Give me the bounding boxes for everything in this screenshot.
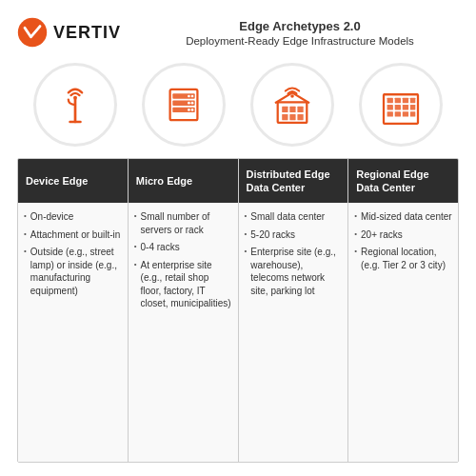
list-item: • 20+ racks [354, 228, 452, 242]
svg-rect-27 [410, 98, 415, 103]
svg-rect-34 [403, 111, 408, 116]
bullet-icon: • [245, 247, 248, 257]
col-distributed-edge: Distributed Edge Data Center • Small dat… [239, 159, 349, 462]
svg-rect-31 [410, 105, 415, 109]
bullet-icon: • [24, 211, 27, 222]
bullet-icon: • [245, 211, 248, 222]
svg-point-13 [191, 109, 194, 111]
header: VERTIV Edge Archetypes 2.0 Deployment-Re… [17, 17, 459, 48]
col-body-micro-edge: • Small number of servers or rack • 0-4 … [129, 203, 238, 462]
logo-text: VERTIV [53, 23, 121, 43]
col-header-regional-edge: Regional Edge Data Center [348, 159, 458, 203]
distributed-edge-icon-circle [250, 63, 334, 147]
header-titles: Edge Archetypes 2.0 Deployment-Ready Edg… [141, 17, 459, 47]
list-item: • At enterprise site (e.g., retail shop … [134, 259, 232, 310]
list-item: • On-device [24, 210, 122, 224]
svg-rect-26 [403, 98, 408, 103]
regional-edge-icon [375, 79, 426, 130]
page: VERTIV Edge Archetypes 2.0 Deployment-Re… [0, 0, 476, 476]
svg-point-11 [191, 102, 194, 105]
svg-point-12 [188, 109, 190, 111]
regional-edge-icon-circle [359, 63, 443, 147]
table: Device Edge • On-device • Attachment or … [17, 158, 459, 463]
svg-point-8 [188, 95, 190, 98]
bullet-icon: • [134, 260, 137, 270]
bullet-icon: • [354, 247, 357, 257]
list-item: • Enterprise site (e.g., warehouse), tel… [245, 246, 343, 297]
header-title-sub: Deployment-Ready Edge Infrastructure Mod… [141, 35, 459, 47]
bullet-icon: • [24, 229, 27, 240]
col-body-distributed-edge: • Small data center • 5-20 racks • Enter… [239, 203, 348, 462]
micro-edge-icon [158, 79, 209, 130]
svg-rect-30 [403, 105, 408, 109]
col-header-micro-edge: Micro Edge [129, 159, 238, 203]
svg-rect-16 [282, 107, 288, 112]
svg-rect-21 [297, 114, 303, 120]
svg-rect-29 [395, 105, 401, 109]
svg-point-10 [188, 102, 190, 105]
svg-rect-35 [410, 111, 415, 116]
col-device-edge: Device Edge • On-device • Attachment or … [18, 159, 129, 462]
col-body-regional-edge: • Mid-sized data center • 20+ racks • Re… [348, 203, 458, 462]
list-item: • Regional location, (e.g. Tier 2 or 3 c… [354, 246, 452, 271]
svg-point-14 [290, 94, 294, 98]
list-item: • Mid-sized data center [354, 210, 452, 224]
svg-rect-18 [297, 107, 303, 112]
header-title-main: Edge Archetypes 2.0 [141, 19, 459, 33]
svg-rect-19 [282, 114, 288, 120]
svg-rect-25 [395, 98, 401, 103]
list-item: • 0-4 racks [134, 241, 232, 254]
svg-rect-32 [387, 111, 393, 116]
list-item: • Small data center [245, 210, 343, 224]
bullet-icon: • [354, 211, 357, 222]
icons-row [17, 63, 459, 147]
bullet-icon: • [24, 247, 27, 257]
bullet-icon: • [245, 229, 248, 240]
col-micro-edge: Micro Edge • Small number of servers or … [129, 159, 239, 462]
svg-rect-17 [289, 107, 295, 112]
device-edge-icon [50, 79, 101, 130]
vertiv-logo-icon [17, 17, 48, 48]
svg-rect-28 [387, 105, 393, 109]
col-body-device-edge: • On-device • Attachment or built-in • O… [18, 203, 128, 462]
list-item: • Outside (e.g., street lamp) or inside … [24, 246, 122, 297]
col-header-distributed-edge: Distributed Edge Data Center [239, 159, 348, 203]
col-regional-edge: Regional Edge Data Center • Mid-sized da… [348, 159, 458, 462]
bullet-icon: • [134, 242, 137, 252]
svg-rect-20 [289, 114, 295, 120]
list-item: • Small number of servers or rack [134, 210, 232, 236]
svg-rect-24 [387, 98, 393, 103]
device-edge-icon-circle [33, 63, 117, 147]
svg-point-0 [18, 18, 47, 47]
logo-area: VERTIV [17, 17, 141, 48]
col-header-device-edge: Device Edge [18, 159, 128, 203]
list-item: • Attachment or built-in [24, 228, 122, 242]
svg-point-9 [191, 95, 194, 98]
list-item: • 5-20 racks [245, 228, 343, 242]
svg-rect-33 [395, 111, 401, 116]
bullet-icon: • [134, 211, 137, 222]
micro-edge-icon-circle [142, 63, 226, 147]
distributed-edge-icon [267, 79, 318, 130]
bullet-icon: • [354, 229, 357, 240]
